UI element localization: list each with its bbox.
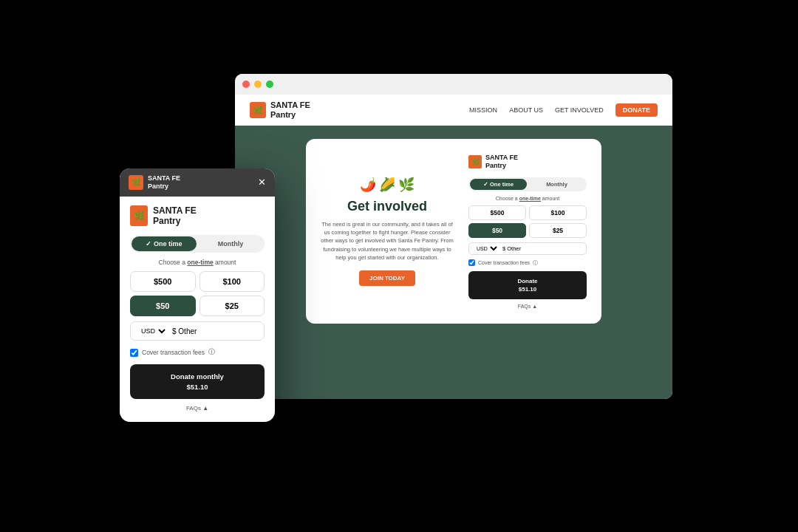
cover-fees-row: Cover transaction fees ⓘ: [468, 259, 587, 267]
browser-window: 🌿 SANTA FE Pantry MISSION ABOUT US GET I…: [235, 74, 672, 399]
mobile-donate-line1: Donate monthly: [137, 372, 257, 381]
faqs-link[interactable]: FAQs ▲: [468, 304, 587, 309]
frequency-toggle: ✓ One time Monthly: [468, 177, 587, 191]
browser-titlebar: [235, 74, 672, 95]
card-right-form: 🌿 SANTA FE Pantry ✓ One time Monthly Cho…: [468, 154, 587, 309]
mobile-inner-logo-text: SANTA FE Pantry: [153, 205, 197, 227]
join-today-button[interactable]: JOIN TODAY: [359, 270, 415, 286]
mobile-header-logo: 🌿 SANTA FE Pantry: [129, 174, 180, 191]
mobile-choose-label: Choose a one-time amount: [130, 259, 265, 266]
form-logo-icon: 🌿: [468, 155, 482, 168]
minimize-dot[interactable]: [254, 81, 262, 88]
mobile-monthly-toggle[interactable]: Monthly: [198, 236, 263, 251]
amount-50[interactable]: $50: [468, 223, 526, 238]
mobile-header-logo-icon: 🌿: [129, 175, 143, 190]
mobile-popup-header: 🌿 SANTA FE Pantry ✕: [120, 168, 275, 197]
mobile-inner-logo: 🌿 SANTA FE Pantry: [130, 205, 265, 227]
monthly-toggle[interactable]: Monthly: [528, 179, 585, 190]
mobile-donate-button[interactable]: Donate monthly $51.10: [130, 364, 265, 399]
nav-about[interactable]: ABOUT US: [509, 106, 543, 114]
mobile-cover-fees-row: Cover transaction fees ⓘ: [130, 348, 265, 357]
website-content: 🌿 SANTA FE Pantry MISSION ABOUT US GET I…: [235, 95, 672, 399]
mobile-other-label: $ Other: [172, 327, 197, 335]
mobile-amount-25[interactable]: $25: [200, 296, 265, 316]
other-amount-row[interactable]: USD $ Other: [468, 242, 587, 255]
card-decorative-icons: 🌶️ 🌽 🌿: [360, 177, 415, 193]
donate-line1: Donate: [474, 277, 581, 285]
cover-fees-checkbox[interactable]: [468, 259, 475, 266]
fees-info-icon[interactable]: ⓘ: [533, 259, 538, 267]
site-nav: 🌿 SANTA FE Pantry MISSION ABOUT US GET I…: [235, 95, 672, 126]
mobile-close-button[interactable]: ✕: [258, 177, 266, 187]
mobile-one-time-toggle[interactable]: ✓ One time: [132, 236, 197, 251]
mobile-donate-amount: $51.10: [137, 382, 257, 392]
choose-amount-label: Choose a one-time amount: [468, 196, 587, 201]
mobile-faqs-link[interactable]: FAQs ▲: [130, 405, 265, 412]
mobile-fees-info-icon[interactable]: ⓘ: [208, 348, 215, 357]
mobile-other-row[interactable]: USD $ Other: [130, 321, 265, 341]
close-dot[interactable]: [242, 81, 250, 88]
form-logo-text: SANTA FE Pantry: [485, 154, 518, 170]
card-left-content: 🌶️ 🌽 🌿 Get involved The need is great in…: [321, 154, 454, 309]
site-logo-icon: 🌿: [250, 102, 266, 118]
one-time-toggle[interactable]: ✓ One time: [470, 179, 527, 190]
amount-100[interactable]: $100: [529, 205, 587, 220]
nav-mission[interactable]: MISSION: [469, 106, 497, 114]
browser-donation-card: 🌶️ 🌽 🌿 Get involved The need is great in…: [306, 139, 601, 324]
form-logo: 🌿 SANTA FE Pantry: [468, 154, 587, 170]
cover-fees-label: Cover transaction fees: [478, 260, 530, 265]
mobile-cover-fees-checkbox[interactable]: [130, 349, 138, 357]
site-logo-text: SANTA FE Pantry: [270, 100, 310, 120]
mobile-currency-select[interactable]: USD: [138, 327, 168, 335]
nav-get-involved[interactable]: GET INVOLVED: [555, 106, 604, 114]
mobile-cover-fees-label: Cover transaction fees: [142, 349, 205, 356]
donate-button[interactable]: Donate $51.10: [468, 271, 587, 299]
mobile-header-logo-text: SANTA FE Pantry: [148, 174, 180, 191]
amount-25[interactable]: $25: [529, 223, 587, 238]
card-description: The need is great in our community, and …: [321, 220, 454, 262]
mobile-amount-100[interactable]: $100: [200, 271, 265, 292]
nav-donate-button[interactable]: DONATE: [615, 103, 658, 117]
donate-amount: $51.10: [474, 285, 581, 293]
amount-grid: $500 $100 $50 $25: [468, 205, 587, 238]
currency-select[interactable]: USD: [474, 245, 499, 252]
mobile-amount-500[interactable]: $500: [130, 271, 196, 292]
other-label: $ Other: [502, 245, 521, 252]
leaf-icon: 🌿: [398, 177, 415, 193]
mobile-amount-grid: $500 $100 $50 $25: [130, 271, 265, 316]
chili-icon: 🌶️: [360, 177, 376, 193]
fullscreen-dot[interactable]: [266, 81, 273, 88]
mobile-inner-logo-icon: 🌿: [130, 205, 148, 226]
amount-500[interactable]: $500: [468, 205, 526, 220]
mobile-popup: 🌿 SANTA FE Pantry ✕ 🌿 SANTA FE Pantry ✓ …: [120, 168, 275, 422]
corn-icon: 🌽: [379, 177, 395, 193]
card-title: Get involved: [347, 199, 427, 214]
mobile-body: 🌿 SANTA FE Pantry ✓ One time Monthly Cho…: [120, 197, 275, 422]
site-logo: 🌿 SANTA FE Pantry: [250, 100, 310, 120]
site-nav-links: MISSION ABOUT US GET INVOLVED DONATE: [469, 103, 658, 117]
mobile-amount-50[interactable]: $50: [130, 296, 196, 316]
mobile-frequency-toggle: ✓ One time Monthly: [130, 235, 265, 253]
